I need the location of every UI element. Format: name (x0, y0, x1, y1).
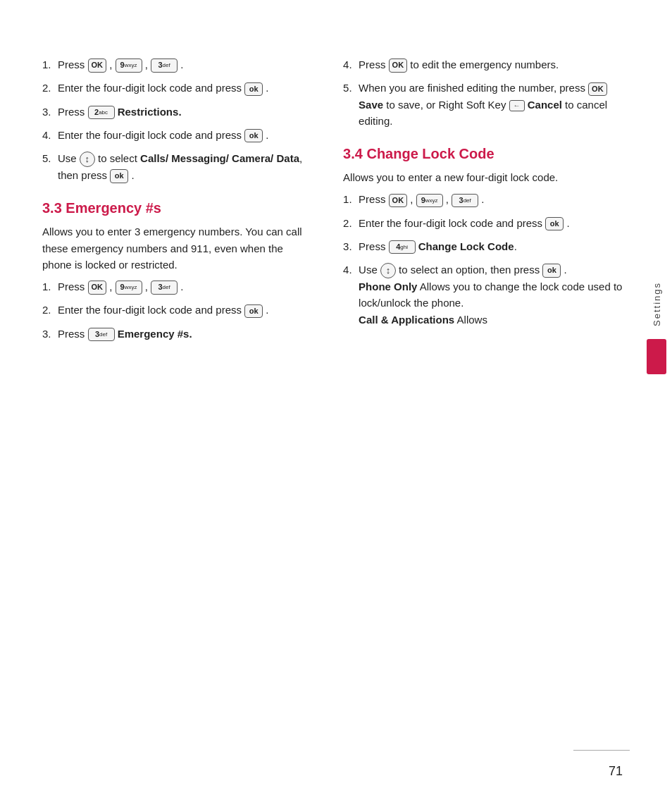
step-34-1: 1. Press OK , 9wxyz , 3def . (343, 191, 630, 207)
step-33-3: 3. Press 3def Emergency #s. (42, 326, 315, 342)
step-text: Press OK , 9wxyz , 3def . (58, 56, 315, 73)
ok-key: ok (244, 304, 263, 318)
4ghi-key: 4ghi (389, 240, 416, 254)
step-1: 1. Press OK , 9wxyz , 3def . (42, 56, 315, 73)
restrictions-label: Restrictions. (118, 106, 182, 118)
sidebar-label: Settings (652, 282, 662, 326)
step-text: Use ↕ to select an option, then press ok… (359, 261, 630, 328)
page-number: 71 (609, 764, 623, 779)
step-number: 4. (42, 127, 55, 143)
ok-key: OK (88, 58, 107, 72)
step-2: 2. Enter the four-digit lock code and pr… (42, 80, 315, 96)
step-number: 5. (343, 80, 356, 96)
calls-messaging-label: Calls/ Messaging/ Camera/ Data (140, 152, 299, 164)
step-number: 3. (42, 326, 55, 342)
step-r4: 4. Press OK to edit the emergency number… (343, 56, 630, 73)
step-text: Press 3def Emergency #s. (58, 326, 315, 342)
step-number: 5. (42, 150, 55, 166)
nav-arrow-icon: ↕ (80, 152, 95, 167)
step-text: Enter the four-digit lock code and press… (58, 302, 315, 318)
sidebar: Settings (641, 0, 672, 807)
section-33-intro: Allows you to enter 3 emergency numbers.… (42, 223, 315, 273)
emergency-label: Emergency #s. (118, 328, 192, 340)
step-text: Enter the four-digit lock code and press… (58, 127, 315, 143)
step-number: 4. (343, 56, 356, 73)
sidebar-accent-bar (647, 339, 666, 374)
step-text: Enter the four-digit lock code and press… (58, 80, 315, 96)
step-number: 3. (42, 104, 55, 120)
section-34-heading: 3.4 Change Lock Code (343, 146, 630, 162)
ok-key: ok (545, 217, 564, 230)
step-33-2: 2. Enter the four-digit lock code and pr… (42, 302, 315, 318)
page: 1. Press OK , 9wxyz , 3def . 2. Enter th… (0, 0, 672, 807)
call-applications-label: Call & Applications (359, 314, 454, 326)
change-lock-code-label: Change Lock Code (418, 240, 514, 252)
ok-key: ok (244, 129, 263, 142)
step-r5: 5. When you are finished editing the num… (343, 80, 630, 129)
step-3: 3. Press 2abc Restrictions. (42, 104, 315, 120)
ok-key: ok (542, 264, 561, 277)
step-4: 4. Enter the four-digit lock code and pr… (42, 127, 315, 143)
3def-key: 3def (88, 328, 115, 341)
step-number: 4. (343, 261, 356, 278)
step-number: 1. (42, 278, 55, 295)
step-text: Press OK , 9wxyz , 3def . (58, 278, 315, 295)
section-33-heading: 3.3 Emergency #s (42, 200, 315, 216)
page-divider (573, 750, 630, 751)
ok-key: OK (88, 281, 107, 294)
3def-key: 3def (151, 58, 178, 72)
right-column: 4. Press OK to edit the emergency number… (336, 56, 630, 765)
step-text: Press 2abc Restrictions. (58, 104, 315, 120)
step-number: 2. (42, 80, 55, 96)
step-34-4: 4. Use ↕ to select an option, then press… (343, 261, 630, 328)
step-number: 1. (42, 56, 55, 73)
9wxyz-key: 9wxyz (116, 58, 142, 72)
left-column: 1. Press OK , 9wxyz , 3def . 2. Enter th… (42, 56, 336, 765)
step-number: 1. (343, 191, 356, 207)
step-33-1: 1. Press OK , 9wxyz , 3def . (42, 278, 315, 295)
step-text: Press OK , 9wxyz , 3def . (359, 191, 630, 207)
step-number: 2. (343, 215, 356, 231)
step-number: 2. (42, 302, 55, 318)
2abc-key: 2abc (88, 106, 115, 119)
phone-only-label: Phone Only (359, 281, 417, 292)
3def-key: 3def (452, 194, 478, 207)
step-34-3: 3. Press 4ghi Change Lock Code. (343, 238, 630, 254)
soft-key-icon: ← (509, 100, 525, 111)
step-number: 3. (343, 238, 356, 254)
ok-key: OK (588, 82, 607, 96)
ok-key: ok (244, 82, 263, 96)
3def-key: 3def (151, 281, 178, 294)
ok-key: OK (389, 58, 408, 72)
9wxyz-key: 9wxyz (116, 281, 142, 294)
step-text: Press 4ghi Change Lock Code. (359, 238, 630, 254)
step-text: Press OK to edit the emergency numbers. (359, 56, 630, 73)
9wxyz-key: 9wxyz (416, 194, 443, 207)
ok-key: ok (110, 169, 128, 183)
step-text: Enter the four-digit lock code and press… (359, 215, 630, 231)
step-text: When you are finished editing the number… (359, 80, 630, 129)
step-text: Use ↕ to select Calls/ Messaging/ Camera… (58, 150, 315, 183)
save-label: Save (359, 99, 383, 111)
ok-key: OK (389, 194, 408, 207)
step-34-2: 2. Enter the four-digit lock code and pr… (343, 215, 630, 231)
nav-arrow-icon: ↕ (380, 263, 396, 278)
section-34-intro: Allows you to enter a new four-digit loc… (343, 169, 630, 185)
cancel-label: Cancel (528, 99, 562, 111)
step-5: 5. Use ↕ to select Calls/ Messaging/ Cam… (42, 150, 315, 183)
